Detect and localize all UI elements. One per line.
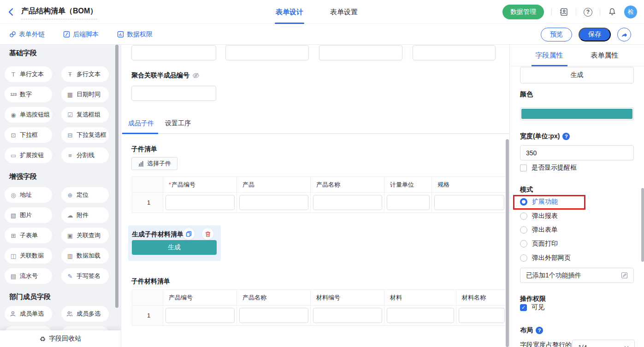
- radio-icon[interactable]: [520, 226, 527, 234]
- cell-input[interactable]: [313, 195, 382, 210]
- radio-selected-icon[interactable]: [520, 198, 527, 206]
- field-pill-checkbox-group[interactable]: ☑复选框组: [61, 107, 109, 123]
- field-pill-image[interactable]: ▧图片: [5, 207, 52, 223]
- field-pill-single-line-text[interactable]: T单行文本: [5, 66, 52, 82]
- divider: [551, 8, 552, 16]
- field-pill-data-load[interactable]: ▥数据加载: [61, 248, 109, 264]
- tab-finished-subparts[interactable]: 成品子件: [128, 118, 154, 129]
- field-pill-signature[interactable]: ✎手写签名: [61, 268, 109, 284]
- cell-input[interactable]: [434, 195, 504, 210]
- field-pill-relation-query[interactable]: ▣关联查询: [61, 228, 109, 243]
- cloud-upload-icon: ☁: [66, 212, 74, 218]
- width-input[interactable]: [520, 145, 634, 160]
- radio-icon[interactable]: [520, 240, 527, 247]
- mode-option-popup-external[interactable]: 弹出外部网页: [520, 254, 571, 262]
- radio-icon[interactable]: [520, 212, 527, 220]
- subform1-header-row: *产品编号 产品 产品名称 计量单位 规格: [132, 177, 506, 193]
- visible-checkbox[interactable]: ✓: [520, 304, 527, 311]
- radio-icon[interactable]: [520, 254, 527, 262]
- cell-input[interactable]: [387, 195, 430, 210]
- panel-scrollbar[interactable]: [641, 188, 644, 262]
- visible-checkbox-row[interactable]: ✓ 可见: [520, 303, 544, 312]
- form-external-link[interactable]: 表单外链: [9, 30, 45, 39]
- cell-input[interactable]: [165, 308, 235, 323]
- mode-option-page-print[interactable]: 页面打印: [520, 240, 558, 248]
- user-avatar[interactable]: 检: [624, 6, 637, 18]
- tab-field-properties[interactable]: 字段属性: [536, 45, 563, 66]
- cell-input[interactable]: [459, 308, 505, 323]
- field-pill-multi-line-text[interactable]: Ŧ多行文本: [61, 66, 109, 82]
- section-title-enhanced-fields: 增强字段: [9, 172, 37, 181]
- layout-row-label: 字段宽度占整行的: [520, 341, 572, 347]
- field-pill-serial-number[interactable]: ▤流水号: [5, 268, 52, 284]
- selected-widget-generate[interactable]: 生成子件材料清单 生成: [128, 225, 221, 261]
- width-help-icon[interactable]: ?: [562, 133, 570, 140]
- share-button[interactable]: [617, 28, 631, 41]
- cell-input[interactable]: [239, 308, 308, 323]
- delete-widget-button[interactable]: [202, 228, 213, 240]
- tab-form-design[interactable]: 表单设计: [276, 0, 303, 24]
- button-text-preview[interactable]: 生成: [520, 67, 634, 83]
- field-pill-divider-line[interactable]: ≡分割线: [61, 147, 109, 163]
- field-pill-attachment[interactable]: ☁附件: [61, 207, 109, 223]
- relation-query-icon: ▣: [66, 233, 74, 239]
- field-pill-extend-button[interactable]: ▭扩展按钮: [5, 147, 52, 163]
- cell-input[interactable]: [165, 195, 235, 210]
- form-field-input[interactable]: [319, 45, 402, 60]
- field-pill-address[interactable]: ◎地址: [5, 187, 52, 203]
- eye-off-icon[interactable]: [192, 72, 200, 79]
- people-icon: [66, 311, 74, 317]
- plugin-field[interactable]: 已添加1个功能插件: [520, 268, 634, 283]
- cell-input[interactable]: [239, 195, 308, 210]
- help-icon[interactable]: ?: [584, 8, 592, 17]
- width-label-row: 宽度(单位:px) ?: [520, 132, 570, 141]
- col-header: 产品: [237, 177, 311, 192]
- backend-script-link[interactable]: 后端脚本: [63, 30, 99, 39]
- sidebar-scrollbar[interactable]: [115, 45, 118, 308]
- tab-process-setup[interactable]: 设置工序: [165, 118, 191, 129]
- layout-help-icon[interactable]: ?: [536, 327, 543, 334]
- field-pill-member-multi[interactable]: 成员多选: [61, 306, 109, 322]
- field-pill-datetime[interactable]: ▦日期时间: [61, 87, 109, 102]
- cell-input[interactable]: [313, 308, 382, 323]
- mode-option-popup-form[interactable]: 弹出表单: [520, 226, 558, 234]
- edit-pencil-icon[interactable]: [621, 272, 628, 279]
- field-recycle-bin[interactable]: ♻ 字段回收站: [0, 330, 121, 347]
- dropdown-icon: ⊡: [10, 132, 17, 138]
- form-field-input[interactable]: [131, 45, 216, 60]
- back-button[interactable]: [6, 7, 17, 17]
- select-subpart-button[interactable]: 选择子件: [131, 157, 177, 170]
- hidden-field-input[interactable]: [131, 86, 216, 101]
- field-pill-dropdown[interactable]: ⊡下拉框: [5, 127, 52, 143]
- data-permission-link[interactable]: 数据权限: [117, 30, 153, 39]
- color-picker[interactable]: [520, 107, 634, 120]
- field-pill-relation-data[interactable]: ◫关联数据: [5, 248, 52, 264]
- field-pill-radio-group[interactable]: ◉单选按钮组: [5, 107, 52, 123]
- page-title[interactable]: 产品结构清单（BOM）: [21, 6, 97, 19]
- field-pill-location[interactable]: ⊕定位: [61, 187, 109, 203]
- field-pill-member-single[interactable]: 成员单选: [5, 306, 52, 322]
- mode-option-popup-report[interactable]: 弹出报表: [520, 212, 558, 220]
- copy-widget-button[interactable]: [183, 228, 195, 240]
- preview-button[interactable]: 预览: [541, 28, 572, 41]
- field-pill-subform[interactable]: ⊞子表单: [5, 228, 52, 243]
- canvas-scrollbar[interactable]: [506, 139, 509, 347]
- reminder-checkbox-row[interactable]: 是否显示提醒框: [520, 164, 577, 172]
- locate-icon: ⊕: [66, 192, 74, 198]
- notification-bell-icon[interactable]: [608, 7, 617, 17]
- reminder-checkbox[interactable]: [520, 165, 527, 171]
- save-button[interactable]: 保存: [579, 28, 611, 41]
- generate-button[interactable]: 生成: [132, 240, 217, 255]
- changelog-book-icon[interactable]: [559, 7, 568, 17]
- layout-fraction-select[interactable]: 1/4: [572, 340, 635, 347]
- form-field-input[interactable]: [225, 45, 309, 60]
- field-pill-number[interactable]: 123数字: [5, 87, 52, 102]
- field-pill-multi-dropdown[interactable]: ⊟下拉复选框: [61, 127, 109, 143]
- tab-form-settings[interactable]: 表单设置: [330, 0, 358, 24]
- subform2-row: 1: [132, 306, 506, 325]
- cell-input[interactable]: [387, 308, 454, 323]
- data-manage-button[interactable]: 数据管理: [502, 5, 544, 19]
- tab-form-properties[interactable]: 表单属性: [591, 45, 619, 66]
- mode-option-extend[interactable]: 扩展功能: [520, 198, 558, 206]
- form-field-input[interactable]: [413, 45, 496, 60]
